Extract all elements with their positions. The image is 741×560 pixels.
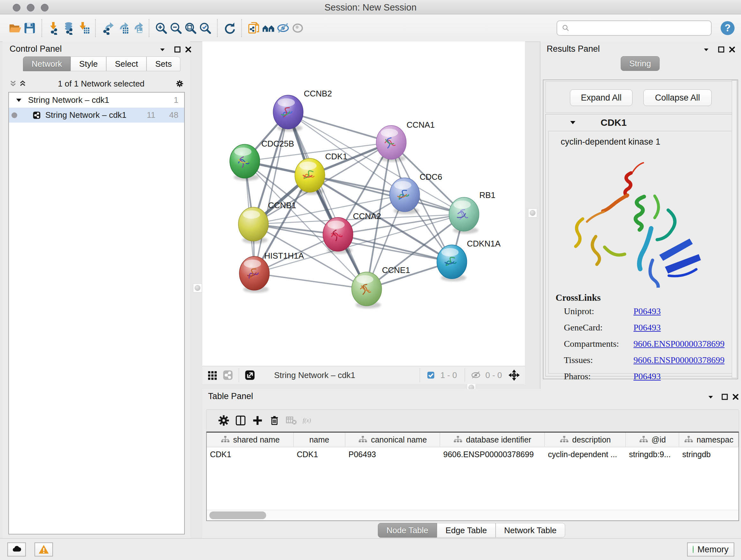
table-cell[interactable]: stringdb:9...: [626, 447, 679, 461]
table-cell[interactable]: P06493: [345, 447, 440, 461]
table-panel-title: Table Panel: [208, 391, 253, 401]
crosslink-link[interactable]: 9606.ENSP00000378699: [633, 339, 724, 349]
right-splitter-handle[interactable]: [528, 208, 537, 217]
export-image-icon[interactable]: [130, 21, 144, 36]
table-cell[interactable]: stringdb: [679, 447, 738, 461]
delete-column-icon[interactable]: [266, 412, 283, 429]
memory-button[interactable]: Memory: [687, 543, 734, 557]
hidden-count: 0 - 0: [485, 370, 502, 380]
main-toolbar: ?: [0, 14, 741, 42]
network-tree: String Network – cdk1 1 String Network –…: [8, 92, 185, 535]
zoom-in-icon[interactable]: [154, 21, 169, 36]
table-cell[interactable]: CDK1: [207, 447, 293, 461]
tab-sets[interactable]: Sets: [146, 57, 180, 71]
column-header-name[interactable]: name: [293, 433, 345, 447]
crosslink-link[interactable]: P06493: [633, 322, 661, 333]
results-panel-menu-icon[interactable]: [701, 45, 711, 54]
network-options-gear-icon[interactable]: [175, 79, 185, 88]
open-session-icon[interactable]: [8, 21, 22, 36]
table-panel-float-icon[interactable]: [720, 392, 730, 401]
save-session-icon[interactable]: [22, 21, 37, 36]
node-label-CCNB1: CCNB1: [268, 200, 296, 210]
crosslink-row: GeneCard: P06493: [564, 322, 724, 333]
export-network-icon[interactable]: [100, 21, 115, 36]
import-table-icon[interactable]: [76, 21, 91, 36]
column-header-database-identifier[interactable]: database identifier: [440, 433, 545, 447]
import-network-database-icon[interactable]: [61, 21, 76, 36]
column-header-shared-name[interactable]: shared name: [207, 433, 293, 447]
tab-network[interactable]: Network: [23, 57, 71, 71]
zoom-fit-icon[interactable]: [183, 21, 198, 36]
collection-label: String Network – cdk1: [28, 95, 109, 105]
node-label-HIST1H1A: HIST1H1A: [264, 251, 304, 260]
search-icon: [561, 23, 570, 33]
help-button[interactable]: ?: [720, 20, 735, 36]
network-row[interactable]: String Network – cdk1 11 48: [9, 108, 184, 123]
zoom-out-icon[interactable]: [169, 21, 183, 36]
crosslink-link[interactable]: P06493: [633, 371, 661, 381]
column-header--id[interactable]: @id: [626, 433, 679, 447]
selected-checkbox-icon[interactable]: [424, 369, 437, 381]
clone-network-icon[interactable]: [246, 21, 261, 36]
collection-expander-icon[interactable]: [14, 96, 23, 105]
apply-layout-icon[interactable]: [222, 21, 237, 36]
crosslink-link[interactable]: P06493: [633, 306, 661, 316]
tab-edge-table[interactable]: Edge Table: [437, 523, 495, 538]
network-collection-row[interactable]: String Network – cdk1 1: [9, 92, 184, 108]
hidden-eye-icon[interactable]: [469, 369, 482, 381]
memory-status-dot: [693, 546, 693, 553]
search-box[interactable]: [556, 20, 712, 36]
table-cell[interactable]: CDK1: [293, 447, 345, 461]
add-column-icon[interactable]: [249, 412, 266, 429]
crosslink-row: Uniprot: P06493: [564, 306, 724, 316]
column-header-canonical-name[interactable]: canonical name: [345, 433, 440, 447]
first-neighbors-icon[interactable]: [261, 21, 276, 36]
table-panel-menu-icon[interactable]: [706, 392, 716, 401]
table-cell[interactable]: cyclin-dependent ...: [545, 447, 626, 461]
expand-all-button[interactable]: Expand All: [570, 89, 632, 106]
table-horizontal-scrollbar[interactable]: [207, 510, 738, 520]
show-columns-icon[interactable]: [232, 412, 249, 429]
collapse-all-button[interactable]: Collapse All: [643, 89, 712, 106]
network-canvas[interactable]: CCNB2 CCNA1 CDC25B CDK1 CDC6 RB1 CCNB1 C…: [202, 42, 525, 366]
control-panel-close-icon[interactable]: [184, 45, 193, 54]
node-label-CCNA2: CCNA2: [353, 211, 381, 221]
column-header-description[interactable]: description: [545, 433, 626, 447]
table-row[interactable]: CDK1CDK1P064939606.ENSP00000378699cyclin…: [207, 447, 738, 461]
control-panel-menu-icon[interactable]: [158, 45, 167, 54]
cloud-button[interactable]: [7, 543, 26, 557]
search-input[interactable]: [570, 23, 711, 33]
detach-view-icon[interactable]: [244, 369, 256, 381]
table-cell[interactable]: 9606.ENSP00000378699: [440, 447, 545, 461]
status-bar: Memory: [0, 538, 741, 560]
left-splitter-handle[interactable]: [193, 284, 202, 293]
table-panel-close-icon[interactable]: [731, 392, 740, 401]
results-panel-close-icon[interactable]: [727, 45, 737, 54]
expand-all-icon[interactable]: [18, 79, 27, 88]
protein-section-header[interactable]: CDK1: [546, 114, 735, 131]
section-expander-icon[interactable]: [568, 118, 578, 127]
hide-selected-icon[interactable]: [276, 21, 290, 36]
export-table-icon[interactable]: [115, 21, 130, 36]
tab-string[interactable]: String: [621, 56, 660, 71]
zoom-selected-icon[interactable]: [198, 21, 212, 36]
tab-style[interactable]: Style: [71, 57, 106, 71]
control-panel-float-icon[interactable]: [173, 45, 182, 54]
crosslink-link[interactable]: 9606.ENSP00000378699: [633, 355, 724, 365]
tab-select[interactable]: Select: [106, 57, 146, 71]
fit-crosshair-icon[interactable]: [508, 369, 521, 381]
collapse-all-icon[interactable]: [8, 79, 18, 88]
results-scrollbar[interactable]: [732, 80, 737, 378]
warning-button[interactable]: [35, 543, 53, 557]
import-network-icon[interactable]: [47, 21, 61, 36]
results-panel-float-icon[interactable]: [717, 45, 726, 54]
tab-node-table[interactable]: Node Table: [378, 523, 437, 538]
show-all-icon[interactable]: [290, 21, 305, 36]
string-view-icon[interactable]: [221, 369, 234, 381]
table-settings-gear-icon[interactable]: [215, 412, 232, 429]
node-table[interactable]: shared namenamecanonical namedatabase id…: [206, 432, 739, 521]
network-label: String Network – cdk1: [45, 110, 126, 120]
column-header-namespac[interactable]: namespac: [679, 433, 738, 447]
grid-view-icon[interactable]: [206, 369, 219, 381]
tab-network-table[interactable]: Network Table: [495, 523, 565, 538]
